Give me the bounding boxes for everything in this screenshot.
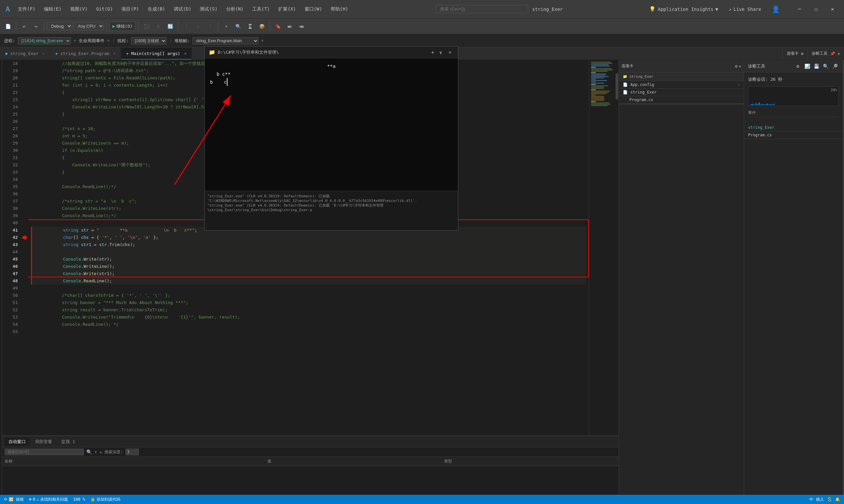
diag-pin-icon[interactable]: 📌 [830,51,835,56]
notification-item[interactable]: 🔔 [835,497,840,502]
minimize-button[interactable]: ─ [792,4,807,15]
tab-close-string-exer[interactable]: ✕ [42,51,45,56]
redo-button[interactable]: ↪ [31,22,41,31]
code-ch-42b: ' ' [115,234,122,241]
menu-analyze[interactable]: 分析(N) [222,5,247,14]
search-down-button[interactable]: ↓ [100,450,102,454]
right-item-appconfig[interactable]: 📄 App.config ✕ [619,81,744,89]
chart-max: 20% [830,88,837,92]
diag-memory-icon[interactable]: 💾 [812,62,820,70]
right-panel-close[interactable]: ✕ [739,64,741,69]
new-file-button[interactable]: 📄 [3,22,13,31]
app-insights-chevron: ▼ [716,6,718,12]
console-add-tab-button[interactable]: + [431,50,434,55]
right-panel-gear[interactable]: ⚙ [735,64,738,69]
menu-file[interactable]: 文件(F) [14,5,39,14]
step-into-button[interactable]: ⤵ [181,22,192,31]
search-button[interactable]: 🔍 [86,449,92,455]
bookmark-next-button[interactable]: ⏭ [285,22,295,31]
memory-button[interactable]: 🔍 [233,22,243,31]
thread-select[interactable]: [1928] 主线程 [131,37,167,44]
diag-item-1[interactable]: string_Exer [744,124,843,131]
encoding-item[interactable]: 插入 [816,497,824,502]
ln-55: 55 [2,328,18,335]
undo-button[interactable]: ↩ [19,22,29,31]
bookmark-prev-button[interactable]: ⏮ [296,22,307,31]
code-var-41: str [81,227,89,234]
diag-zoom-out-icon[interactable]: 🔎 [831,62,839,70]
diag-item-2[interactable]: Program.cs [744,131,843,139]
restart-button[interactable]: 🔄 [165,22,175,31]
code-text-51: string banner = "*** Much Ado About Noth… [31,299,188,306]
threads-button[interactable]: 🧵 [245,22,255,31]
source-control-item[interactable]: 🔒 添加到源代码 [90,497,120,502]
tab-string-program[interactable]: ◈ string_Exer.Program ✕ [50,48,121,60]
right-item-programcs[interactable]: Program.cs [619,96,744,104]
menu-window[interactable]: 窗口(W) [301,5,326,14]
console-close-button[interactable]: ✕ [446,49,454,56]
tab-close-program[interactable]: ✕ [114,51,116,56]
stack-select[interactable]: string_Exer.Program.Main [192,37,258,44]
debug-config-select[interactable]: Debug [47,22,72,30]
tab-string-exer[interactable]: ◉ string_Exer ✕ [0,48,50,60]
menu-extensions[interactable]: 扩展(X) [274,5,300,14]
step-out-button[interactable]: ⤴ [205,22,215,31]
menu-edit[interactable]: 编辑(E) [40,5,65,14]
auto-search-input[interactable] [5,449,84,455]
menu-debug[interactable]: 调试(D) [170,5,195,14]
diag-settings-icon[interactable]: ⚙ [794,62,802,70]
menu-build[interactable]: 生成(B) [144,5,169,14]
code-line-46: Console.WriteLine(); [31,263,586,270]
tab-main[interactable]: ◈ Main(string[] args) ✕ [121,48,192,60]
tab-watch[interactable]: 监视 1 [57,437,79,446]
language-item[interactable]: 中 [809,497,813,502]
diag-close-icon[interactable]: ✕ [838,51,840,56]
scrollbar-thumb[interactable] [616,73,618,100]
diag-session-timer: 诊断会话: 26 秒 [748,76,839,82]
app-insights-button[interactable]: 💡 Application Insights ▼ [647,5,721,14]
menu-project[interactable]: 项目(P) [117,5,143,14]
menu-test[interactable]: 测试(S) [196,5,221,14]
pause-button[interactable]: ⏸ [153,22,163,31]
performance-button[interactable]: ⚡ [221,22,231,31]
bookmark-button[interactable]: 🔖 [273,22,283,31]
warning-icon: ⚠ [22,235,24,239]
process-select[interactable]: [21624] string_Exer.exe [18,37,71,44]
col-value: 值 [265,457,442,466]
resize-handle-right[interactable] [843,60,844,495]
selector-gear[interactable]: ⚙ [801,51,804,56]
account-icon[interactable]: 👤 [769,4,783,15]
close-button[interactable]: ✕ [825,4,840,15]
code-end-41: ; [194,227,197,234]
platform-select[interactable]: Any CPU [73,22,104,30]
search-up-button[interactable]: ↑ [94,450,97,454]
problems-item[interactable]: ✖ 0 ⚠ 未找到相关问题 [29,497,68,502]
appconfig-close-icon[interactable]: ✕ [738,83,740,87]
diag-zoom-in-icon[interactable]: 🔍 [822,62,829,70]
maximize-button[interactable]: ☐ [808,4,824,15]
search-depth-input[interactable] [126,449,139,455]
zoom-value: 100 % [73,497,85,502]
live-share-button[interactable]: ↗ Live Share [726,5,764,13]
editor-scrollbar[interactable] [615,60,619,435]
code-kw-41: string [32,227,81,234]
global-search-input[interactable] [436,5,528,13]
menu-help[interactable]: 帮助(H) [327,5,352,14]
right-item-program[interactable]: 📄 string_Exer [619,89,744,96]
ime-item[interactable]: Ｓ [827,496,832,503]
ln-31: 31 [2,154,18,161]
stop-button[interactable]: ⬛ [141,22,152,31]
console-dropdown-button[interactable]: ∨ [440,50,442,55]
modules-button[interactable]: 📦 [257,22,267,31]
tab-auto-window[interactable]: 自动窗口 [5,437,30,446]
zoom-item[interactable]: 100 % [73,497,85,502]
menu-view[interactable]: 视图(V) [66,5,92,14]
menu-tools[interactable]: 工具(T) [248,5,274,14]
tab-local-vars[interactable]: 局部变量 [31,437,56,446]
git-branch-item[interactable]: ⟳ 🔀 就绪 [4,497,24,502]
tab-close-main[interactable]: ✕ [184,51,187,56]
step-over-button[interactable]: ⤸ [193,22,203,31]
menu-git[interactable]: Git(G) [92,5,117,14]
diag-cpu-icon[interactable]: 📊 [803,62,811,70]
continue-button[interactable]: ▶ 继续(O) [109,22,136,31]
